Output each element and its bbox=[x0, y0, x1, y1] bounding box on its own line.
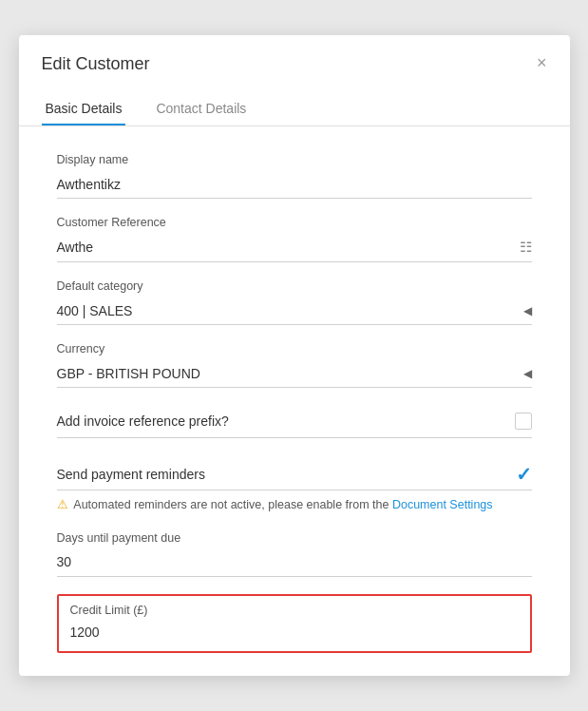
invoice-prefix-label: Add invoice reference prefix? bbox=[57, 413, 229, 429]
tabs-container: Basic Details Contact Details bbox=[19, 82, 570, 126]
days-payment-text: 30 bbox=[57, 554, 72, 569]
reference-icon: ☷ bbox=[520, 239, 532, 256]
edit-customer-modal: Edit Customer × Basic Details Contact De… bbox=[19, 35, 570, 676]
tab-basic-details[interactable]: Basic Details bbox=[42, 93, 126, 125]
payment-reminder-row: Send payment reminders ✓ bbox=[57, 455, 532, 490]
days-payment-value[interactable]: 30 bbox=[57, 548, 532, 577]
display-name-text: Awthentikz bbox=[57, 177, 121, 192]
payment-reminder-warning: ⚠ Automated reminders are not active, pl… bbox=[57, 496, 532, 514]
credit-limit-text: 1200 bbox=[70, 625, 100, 640]
payment-reminder-checkmark[interactable]: ✓ bbox=[516, 463, 532, 486]
display-name-label: Display name bbox=[57, 153, 532, 166]
invoice-prefix-row: Add invoice reference prefix? bbox=[57, 405, 532, 438]
customer-reference-value[interactable]: Awthe ☷ bbox=[57, 233, 532, 262]
modal-header: Edit Customer × bbox=[19, 35, 570, 74]
currency-value[interactable]: GBP - BRITISH POUND ◀ bbox=[57, 359, 532, 388]
days-payment-label: Days until payment due bbox=[57, 531, 532, 545]
default-category-label: Default category bbox=[57, 279, 532, 293]
customer-reference-text: Awthe bbox=[57, 240, 94, 255]
document-settings-link[interactable]: Document Settings bbox=[392, 498, 493, 511]
default-category-value[interactable]: 400 | SALES ◀ bbox=[57, 297, 532, 325]
customer-reference-label: Customer Reference bbox=[57, 216, 532, 229]
default-category-field: Default category 400 | SALES ◀ bbox=[57, 279, 532, 325]
tab-contact-details[interactable]: Contact Details bbox=[152, 93, 250, 125]
credit-limit-value: 1200 bbox=[70, 621, 519, 640]
invoice-prefix-checkbox[interactable] bbox=[515, 413, 532, 430]
invoice-prefix-field: Add invoice reference prefix? bbox=[57, 405, 532, 438]
display-name-value[interactable]: Awthentikz bbox=[57, 170, 532, 199]
form-body: Display name Awthentikz Customer Referen… bbox=[19, 126, 570, 676]
modal-title: Edit Customer bbox=[42, 54, 150, 74]
currency-label: Currency bbox=[57, 342, 532, 356]
currency-dropdown-arrow: ◀ bbox=[523, 367, 532, 380]
currency-text: GBP - BRITISH POUND bbox=[57, 366, 200, 381]
default-category-text: 400 | SALES bbox=[57, 303, 133, 318]
warning-icon: ⚠ bbox=[57, 498, 68, 511]
payment-reminders-field: Send payment reminders ✓ ⚠ Automated rem… bbox=[57, 455, 532, 514]
close-button[interactable]: × bbox=[537, 54, 547, 71]
customer-reference-field: Customer Reference Awthe ☷ bbox=[57, 216, 532, 262]
credit-limit-label: Credit Limit (£) bbox=[70, 604, 519, 617]
category-dropdown-arrow: ◀ bbox=[523, 304, 532, 317]
payment-reminder-label: Send payment reminders bbox=[57, 467, 205, 482]
currency-field: Currency GBP - BRITISH POUND ◀ bbox=[57, 342, 532, 388]
warning-text-content: Automated reminders are not active, plea… bbox=[73, 498, 389, 511]
days-payment-field: Days until payment due 30 bbox=[57, 531, 532, 577]
display-name-field: Display name Awthentikz bbox=[57, 153, 532, 199]
credit-limit-field[interactable]: Credit Limit (£) 1200 bbox=[57, 594, 532, 653]
